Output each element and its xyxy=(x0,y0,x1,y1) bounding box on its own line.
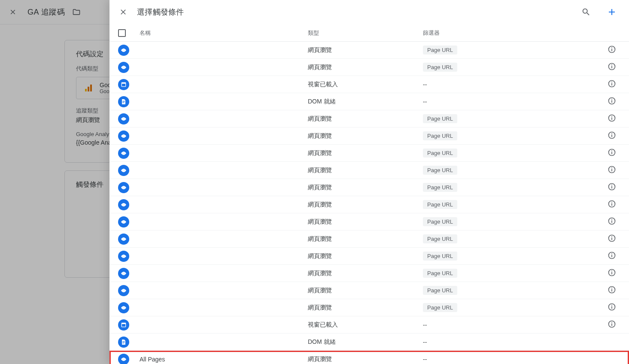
row-filter: -- xyxy=(423,81,603,88)
row-filter: Page URL xyxy=(423,286,603,295)
info-icon[interactable] xyxy=(608,200,616,209)
info-icon[interactable] xyxy=(608,268,616,278)
trigger-type-icon-cell xyxy=(118,268,140,279)
table-row[interactable]: 網頁瀏覽Page URL xyxy=(109,265,629,282)
row-info-cell xyxy=(603,165,620,175)
trigger-type-icon-cell xyxy=(118,130,140,142)
row-info-cell xyxy=(603,200,620,209)
info-icon[interactable] xyxy=(608,303,616,312)
table-row[interactable]: 網頁瀏覽Page URL xyxy=(109,231,629,248)
col-type-header[interactable]: 類型 xyxy=(308,29,423,37)
choose-trigger-dialog: 選擇觸發條件 名稱 類型 篩選器 網頁瀏覽Page URL網頁瀏覽Page UR… xyxy=(109,0,629,364)
filter-pill: Page URL xyxy=(423,131,457,140)
table-row[interactable]: 網頁瀏覽Page URL xyxy=(109,110,629,127)
table-row[interactable]: 網頁瀏覽Page URL xyxy=(109,196,629,213)
row-type: 網頁瀏覽 xyxy=(308,46,423,54)
table-row[interactable]: 視窗已載入-- xyxy=(109,316,629,334)
pageview-icon xyxy=(118,165,129,176)
row-filter: Page URL xyxy=(423,217,603,226)
info-icon[interactable] xyxy=(608,114,616,124)
trigger-type-icon-cell xyxy=(118,45,140,56)
trigger-type-icon-cell xyxy=(118,234,140,245)
row-type: 網頁瀏覽 xyxy=(308,167,423,174)
row-type: 網頁瀏覽 xyxy=(308,287,423,294)
trigger-type-icon-cell xyxy=(118,113,140,124)
table-row[interactable]: 網頁瀏覽Page URL xyxy=(109,145,629,162)
row-type: 視窗已載入 xyxy=(308,321,423,329)
info-icon[interactable] xyxy=(608,251,616,261)
row-info-cell xyxy=(603,97,620,106)
row-filter: -- xyxy=(423,356,603,363)
table-row[interactable]: 網頁瀏覽Page URL xyxy=(109,179,629,196)
trigger-type-icon-cell xyxy=(118,79,140,90)
info-icon[interactable] xyxy=(608,131,616,141)
table-row[interactable]: 網頁瀏覽Page URL xyxy=(109,162,629,179)
select-all-checkbox[interactable] xyxy=(118,29,140,37)
table-row[interactable]: 視窗已載入-- xyxy=(109,76,629,93)
table-row[interactable]: 網頁瀏覽Page URL xyxy=(109,282,629,299)
row-type: 網頁瀏覽 xyxy=(308,270,423,277)
info-icon[interactable] xyxy=(608,234,616,244)
row-info-cell xyxy=(603,148,620,158)
row-info-cell xyxy=(603,268,620,278)
info-icon[interactable] xyxy=(608,148,616,158)
row-info-cell xyxy=(603,251,620,261)
row-filter: Page URL xyxy=(423,131,603,140)
info-icon[interactable] xyxy=(608,45,616,55)
trigger-type-icon-cell xyxy=(118,285,140,296)
row-info-cell xyxy=(603,320,620,330)
table-row[interactable]: 網頁瀏覽Page URL xyxy=(109,213,629,231)
row-type: DOM 就緒 xyxy=(308,98,423,106)
info-icon[interactable] xyxy=(608,320,616,330)
table-row[interactable]: 網頁瀏覽Page URL xyxy=(109,299,629,316)
filter-pill: Page URL xyxy=(423,303,457,312)
filter-pill: Page URL xyxy=(423,149,457,158)
filter-pill: Page URL xyxy=(423,183,457,192)
checkbox-icon[interactable] xyxy=(118,29,126,37)
filter-pill: Page URL xyxy=(423,286,457,295)
trigger-type-icon-cell xyxy=(118,337,140,348)
add-icon[interactable] xyxy=(603,3,620,21)
table-row[interactable]: All Pages網頁瀏覽-- xyxy=(109,351,629,364)
row-filter: Page URL xyxy=(423,149,603,158)
table-row[interactable]: 網頁瀏覽Page URL xyxy=(109,248,629,265)
pageview-icon xyxy=(118,268,129,279)
info-icon[interactable] xyxy=(608,62,616,72)
search-icon[interactable] xyxy=(577,3,595,21)
table-row[interactable]: DOM 就緒-- xyxy=(109,93,629,110)
pageview-icon xyxy=(118,199,129,210)
row-info-cell xyxy=(603,234,620,244)
table-row[interactable]: 網頁瀏覽Page URL xyxy=(109,42,629,59)
row-type: 網頁瀏覽 xyxy=(308,252,423,260)
info-icon[interactable] xyxy=(608,97,616,106)
info-icon[interactable] xyxy=(608,285,616,295)
window-loaded-icon xyxy=(118,79,129,90)
row-info-cell xyxy=(603,303,620,312)
trigger-type-icon-cell xyxy=(118,302,140,313)
info-icon[interactable] xyxy=(608,79,616,89)
row-type: 網頁瀏覽 xyxy=(308,218,423,226)
dom-ready-icon xyxy=(118,337,129,348)
info-icon[interactable] xyxy=(608,165,616,175)
row-filter: -- xyxy=(423,98,603,105)
row-filter: Page URL xyxy=(423,63,603,72)
info-icon[interactable] xyxy=(608,182,616,192)
col-filter-header[interactable]: 篩選器 xyxy=(423,29,603,37)
pageview-icon xyxy=(118,234,129,245)
table-row[interactable]: 網頁瀏覽Page URL xyxy=(109,127,629,145)
filter-pill: Page URL xyxy=(423,217,457,226)
row-filter: Page URL xyxy=(423,166,603,175)
close-icon[interactable] xyxy=(118,7,128,17)
row-type: 網頁瀏覽 xyxy=(308,64,423,71)
table-row[interactable]: DOM 就緒-- xyxy=(109,334,629,351)
filter-pill: Page URL xyxy=(423,46,457,55)
col-name-header[interactable]: 名稱 xyxy=(140,29,308,37)
pageview-icon xyxy=(118,45,129,56)
trigger-type-icon-cell xyxy=(118,165,140,176)
trigger-type-icon-cell xyxy=(118,62,140,73)
info-icon[interactable] xyxy=(608,217,616,227)
table-row[interactable]: 網頁瀏覽Page URL xyxy=(109,59,629,76)
dialog-header: 選擇觸發條件 xyxy=(109,0,629,24)
row-filter: Page URL xyxy=(423,200,603,209)
pageview-icon xyxy=(118,113,129,124)
